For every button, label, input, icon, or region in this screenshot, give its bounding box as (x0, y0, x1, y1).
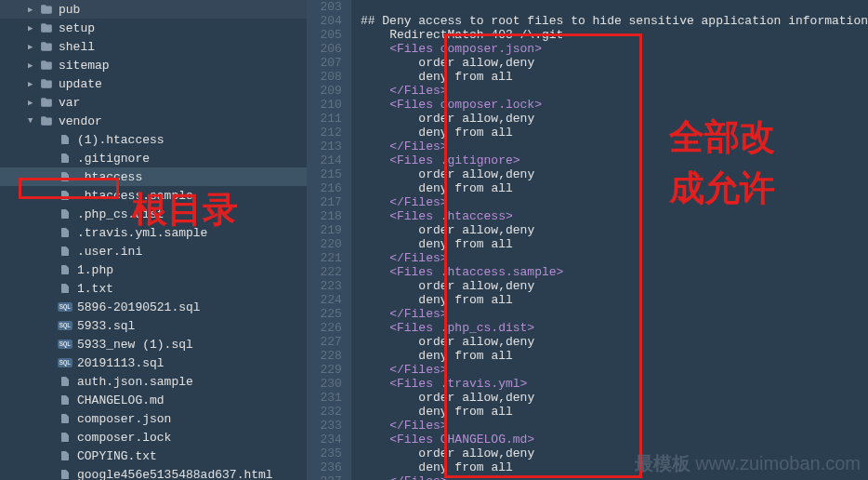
tree-item-label: composer.lock (77, 431, 171, 445)
line-number: 237 (321, 474, 342, 480)
tree-item-1-txt[interactable]: 1.txt (0, 279, 307, 298)
tree-item-label: setup (59, 21, 95, 35)
tree-item-var[interactable]: ▶var (0, 93, 307, 112)
chevron-icon: ▶ (28, 42, 37, 52)
file-icon (58, 467, 72, 480)
tree-item-label: update (59, 77, 102, 91)
chevron-icon: ▶ (28, 5, 37, 15)
folder-icon (39, 113, 54, 128)
chevron-icon: ▶ (28, 98, 37, 108)
line-number: 207 (321, 56, 342, 70)
tree-item-label: .gitignore (77, 152, 150, 166)
line-number: 211 (321, 112, 342, 126)
tree-item-composer-lock[interactable]: composer.lock (0, 428, 307, 447)
chevron-icon: ▼ (28, 116, 37, 126)
line-number: 206 (321, 42, 342, 56)
chevron-icon: ▶ (28, 79, 37, 89)
tree-item-label: 5896-20190521.sql (77, 300, 201, 314)
line-number: 228 (321, 349, 342, 363)
tree-item-auth-json-sample[interactable]: auth.json.sample (0, 372, 307, 391)
line-number: 216 (321, 181, 342, 195)
tree-item-label: COPYING.txt (77, 449, 157, 463)
tree-item-composer-json[interactable]: composer.json (0, 409, 307, 428)
tree-item-label: CHANGELOG.md (77, 393, 164, 407)
line-number: 212 (321, 126, 342, 140)
tree-item--user-ini[interactable]: .user.ini (0, 242, 307, 260)
line-number: 215 (321, 167, 342, 181)
line-number: 219 (321, 223, 342, 237)
line-number: 205 (321, 28, 342, 42)
tree-item-1-php[interactable]: 1.php (0, 260, 307, 279)
line-number: 234 (321, 433, 342, 447)
line-number: 213 (321, 140, 342, 153)
line-number: 217 (321, 195, 342, 209)
line-number: 229 (321, 363, 342, 377)
tree-item--gitignore[interactable]: .gitignore (0, 149, 307, 167)
line-number: 204 (321, 14, 342, 28)
chevron-icon: ▶ (28, 60, 37, 71)
file-icon (58, 448, 72, 463)
line-numbers: 2032042052062072082092102112122132142152… (307, 0, 351, 480)
highlight-box-code (444, 33, 642, 478)
folder-icon (39, 39, 54, 54)
file-icon (58, 393, 72, 407)
tree-item-pub[interactable]: ▶pub (0, 0, 307, 19)
chevron-icon: ▶ (28, 23, 37, 33)
tree-item-label: 5933_new (1).sql (77, 338, 193, 352)
folder-icon (39, 2, 54, 17)
file-icon: SQL (58, 337, 72, 352)
watermark-cn: 最模板 (635, 453, 690, 473)
tree-item-label: sitemap (59, 59, 110, 73)
folder-icon (39, 20, 54, 35)
tree-item-label: var (59, 96, 80, 110)
tree-item-20191113-sql[interactable]: SQL20191113.sql (0, 353, 307, 372)
tree-item-5896-20190521-sql[interactable]: SQL5896-20190521.sql (0, 298, 307, 316)
line-number: 230 (321, 377, 342, 391)
file-icon: SQL (58, 300, 72, 314)
tree-item-label: auth.json.sample (77, 375, 193, 389)
folder-icon (39, 58, 54, 73)
tree-item-label: 1.txt (77, 282, 113, 296)
code-line[interactable]: ## Deny access to root files to hide sen… (361, 14, 868, 28)
tree-item-update[interactable]: ▶update (0, 74, 307, 93)
line-number: 226 (321, 321, 342, 335)
tree-item-sitemap[interactable]: ▶sitemap (0, 56, 307, 74)
tree-item-shell[interactable]: ▶shell (0, 37, 307, 56)
line-number: 233 (321, 419, 342, 433)
line-number: 218 (321, 209, 342, 223)
line-number: 235 (321, 447, 342, 460)
tree-item-5933-new--1--sql[interactable]: SQL5933_new (1).sql (0, 335, 307, 353)
file-icon (58, 244, 72, 259)
line-number: 223 (321, 279, 342, 293)
tree-item-label: google456e5135488ad637.html (77, 468, 273, 481)
tree-item-google456e5135488ad637-html[interactable]: google456e5135488ad637.html (0, 465, 307, 480)
annotation-left: 根目录 (132, 186, 238, 233)
annotation-right: 全部改成允许 (669, 112, 775, 214)
tree-item-label: pub (59, 3, 80, 17)
file-icon (58, 411, 72, 426)
line-number: 210 (321, 98, 342, 112)
line-number: 225 (321, 307, 342, 321)
tree-item-changelog-md[interactable]: CHANGELOG.md (0, 391, 307, 409)
tree-item-setup[interactable]: ▶setup (0, 19, 307, 37)
code-line[interactable] (361, 0, 868, 14)
file-icon (58, 132, 72, 147)
watermark: 最模板 www.zuimoban.com (635, 451, 861, 476)
line-number: 203 (321, 0, 342, 14)
tree-item--1--htaccess[interactable]: (1).htaccess (0, 130, 307, 149)
line-number: 227 (321, 335, 342, 349)
file-icon (58, 430, 72, 445)
tree-item-copying-txt[interactable]: COPYING.txt (0, 447, 307, 465)
line-number: 224 (321, 293, 342, 307)
tree-item-label: composer.json (77, 412, 171, 426)
tree-item-vendor[interactable]: ▼vendor (0, 112, 307, 130)
folder-icon (39, 76, 54, 91)
file-tree-sidebar: ▶pub▶setup▶shell▶sitemap▶update▶var▼vend… (0, 0, 307, 480)
line-number: 214 (321, 153, 342, 167)
tree-item-label: 1.php (77, 263, 113, 277)
watermark-url: www.zuimoban.com (695, 453, 861, 473)
tree-item-5933-sql[interactable]: SQL5933.sql (0, 316, 307, 335)
tree-item-label: (1).htaccess (77, 133, 164, 147)
file-icon (58, 151, 72, 166)
file-icon (58, 225, 72, 240)
